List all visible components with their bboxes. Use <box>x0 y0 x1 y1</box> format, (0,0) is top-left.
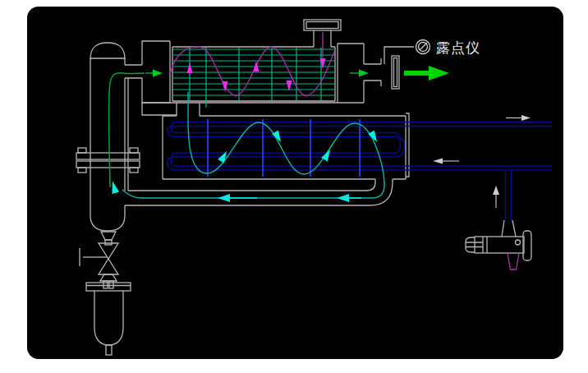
outlet-arrow-shaft <box>404 71 429 76</box>
dew-point-meter-label: 露点仪 <box>436 39 480 56</box>
diagram-page: 露点仪 <box>0 0 588 373</box>
process-diagram: 露点仪 <box>0 0 588 373</box>
diagram-canvas <box>27 7 563 359</box>
